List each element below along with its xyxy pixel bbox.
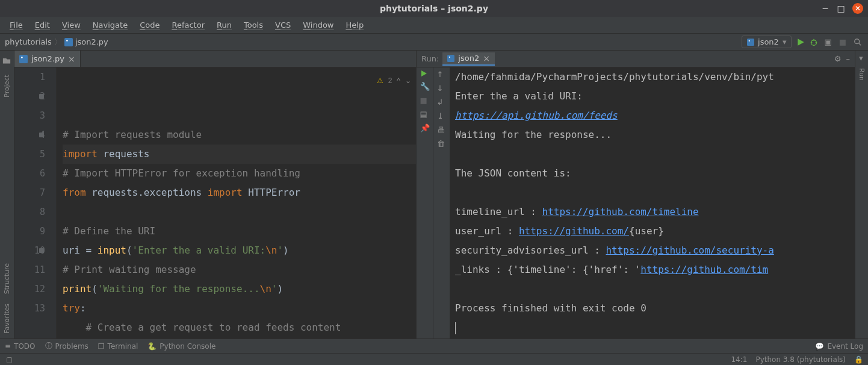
problems-tool-button[interactable]: ⓘ Problems	[45, 341, 88, 351]
gear-icon[interactable]: ⚙	[834, 54, 842, 63]
line-number[interactable]: 9	[14, 222, 45, 241]
code-editor[interactable]: 12345678910111213 ⚠ 2 ^ ⌄ # Import reque…	[14, 67, 416, 338]
code-line[interactable]: # Import requests module	[63, 125, 416, 145]
menu-refactor[interactable]: Refactor	[167, 19, 209, 31]
soft-wrap-icon[interactable]: ↲	[437, 98, 447, 107]
close-icon[interactable]: ×	[483, 54, 490, 63]
minimize-tool-icon[interactable]: –	[846, 54, 851, 63]
menu-edit[interactable]: Edit	[30, 19, 55, 31]
scroll-end-icon[interactable]: ⤓	[437, 111, 447, 120]
bottom-tool-bar: ≡ TODO ⓘ Problems ❐ Terminal 🐍 Python Co…	[0, 338, 868, 353]
run-config-selector[interactable]: json2 ▾	[742, 36, 792, 48]
line-number[interactable]: 3	[14, 106, 45, 125]
python-interpreter[interactable]: Python 3.8 (phytutorials)	[755, 355, 846, 364]
breadcrumb-file[interactable]: json2.py	[75, 37, 108, 46]
editor-tab[interactable]: json2.py ×	[14, 51, 81, 67]
line-number[interactable]: 4	[14, 125, 45, 145]
line-number[interactable]: 10	[14, 241, 45, 260]
console-line: /home/fahmida/PycharmProjects/phytutoria…	[455, 67, 850, 87]
menu-vcs[interactable]: VCS	[270, 19, 296, 31]
trash-icon[interactable]: 🗑	[437, 139, 447, 148]
terminal-tool-button[interactable]: ❐ Terminal	[98, 341, 138, 351]
console-link[interactable]: https://github.com/tim	[640, 264, 768, 275]
console-link[interactable]: https://github.com/timeline	[542, 206, 699, 217]
search-everywhere-icon[interactable]	[852, 37, 863, 48]
line-number[interactable]: 6	[14, 164, 45, 183]
run-label: Run:	[421, 54, 439, 63]
run-button[interactable]	[796, 38, 805, 46]
todo-tool-button[interactable]: ≡ TODO	[5, 341, 36, 351]
pin-icon[interactable]: 📌	[420, 123, 430, 133]
right-tool-sidebar: ▸ Run	[855, 51, 868, 338]
run-tool-window: Run: json2 × ⚙ – 🔧 ■ ▤ 📌	[417, 51, 855, 338]
run-tab[interactable]: json2 ×	[442, 52, 495, 66]
favorites-tool-label[interactable]: Favorites	[3, 304, 11, 334]
event-log-button[interactable]: 💬 Event Log	[815, 342, 863, 351]
code-line[interactable]: uri = input('Enter the a valid URI:\n')	[63, 241, 416, 260]
line-number[interactable]: 7	[14, 183, 45, 202]
project-tool-icon[interactable]	[2, 57, 12, 66]
structure-tool-label[interactable]: Structure	[3, 263, 11, 294]
code-line[interactable]: try:	[63, 299, 416, 318]
lock-icon[interactable]: 🔒	[854, 355, 863, 364]
inspection-indicator[interactable]: ⚠ 2 ^ ⌄	[377, 71, 411, 90]
code-line[interactable]: # Define the URI	[63, 222, 416, 241]
code-line[interactable]: print('Waiting for the response...\n')	[63, 279, 416, 299]
menu-help[interactable]: Help	[341, 19, 369, 31]
code-line[interactable]: response = requests.get(uri)	[63, 337, 416, 338]
line-number[interactable]: 8	[14, 202, 45, 222]
warning-icon: ⚠	[377, 71, 383, 90]
print-icon[interactable]: 🖶	[437, 125, 447, 134]
close-button[interactable]: ✕	[852, 3, 863, 14]
up-arrow-icon[interactable]: ↑	[437, 70, 447, 79]
coverage-button[interactable]: ▣	[823, 36, 832, 48]
down-arrow-icon[interactable]: ↓	[437, 84, 447, 93]
run-sidebar-label[interactable]: Run	[858, 68, 866, 81]
rerun-icon[interactable]	[420, 70, 430, 77]
console-line	[455, 183, 850, 202]
project-tool-label[interactable]: Project	[3, 75, 11, 98]
chevron-down-icon[interactable]: ⌄	[405, 71, 411, 90]
terminal-icon: ❐	[98, 342, 105, 351]
line-number[interactable]: 11	[14, 260, 45, 279]
caret-position[interactable]: 14:1	[731, 355, 747, 364]
line-number[interactable]: 5	[14, 145, 45, 164]
minimize-button[interactable]: ─	[821, 4, 829, 13]
menu-file[interactable]: File	[5, 19, 28, 31]
maximize-button[interactable]: □	[837, 4, 845, 13]
tool-windows-icon[interactable]: ▢	[5, 355, 13, 364]
line-number[interactable]: 13	[14, 299, 45, 318]
console-link[interactable]: https://github.com/security-a	[606, 245, 773, 256]
menu-code[interactable]: Code	[135, 19, 164, 31]
line-number[interactable]: 2	[14, 87, 45, 106]
code-line[interactable]: # Print waiting message	[63, 260, 416, 279]
chevron-up-icon[interactable]: ^	[397, 71, 400, 90]
menu-window[interactable]: Window	[298, 19, 338, 31]
run-toolbar-right: ↑ ↓ ↲ ⤓ 🖶 🗑	[433, 67, 450, 338]
menu-run[interactable]: Run	[212, 19, 237, 31]
chevron-down-icon: ▾	[783, 37, 787, 46]
svg-rect-12	[447, 55, 454, 62]
code-line[interactable]: from requests.exceptions import HTTPErro…	[63, 183, 416, 202]
menu-tools[interactable]: Tools	[239, 19, 268, 31]
console-link[interactable]: https://api.github.com/feeds	[455, 110, 618, 121]
code-line[interactable]: # Import HTTPError for exception handlin…	[63, 164, 416, 183]
wrench-icon[interactable]: 🔧	[420, 82, 430, 91]
console-output[interactable]: /home/fahmida/PycharmProjects/phytutoria…	[450, 67, 855, 338]
breadcrumb[interactable]: phytutorials 〉 json2.py	[5, 37, 108, 48]
code-line[interactable]: import requests	[63, 145, 416, 164]
code-line[interactable]	[63, 202, 416, 222]
line-number[interactable]: 12	[14, 279, 45, 299]
close-icon[interactable]: ×	[68, 54, 75, 64]
line-number[interactable]: 1	[14, 67, 45, 87]
menu-navigate[interactable]: Navigate	[88, 19, 132, 31]
console-link[interactable]: https://github.com/	[519, 225, 629, 237]
code-line[interactable]: # Create a get request to read feeds con…	[63, 318, 416, 337]
layout-icon[interactable]: ▤	[420, 110, 430, 119]
debug-button[interactable]	[810, 38, 818, 46]
breadcrumb-root[interactable]: phytutorials	[5, 37, 52, 46]
stop-icon[interactable]: ■	[420, 96, 430, 105]
menu-view[interactable]: View	[57, 19, 85, 31]
python-console-button[interactable]: 🐍 Python Console	[147, 341, 215, 351]
expand-icon[interactable]: ▸	[857, 57, 866, 61]
